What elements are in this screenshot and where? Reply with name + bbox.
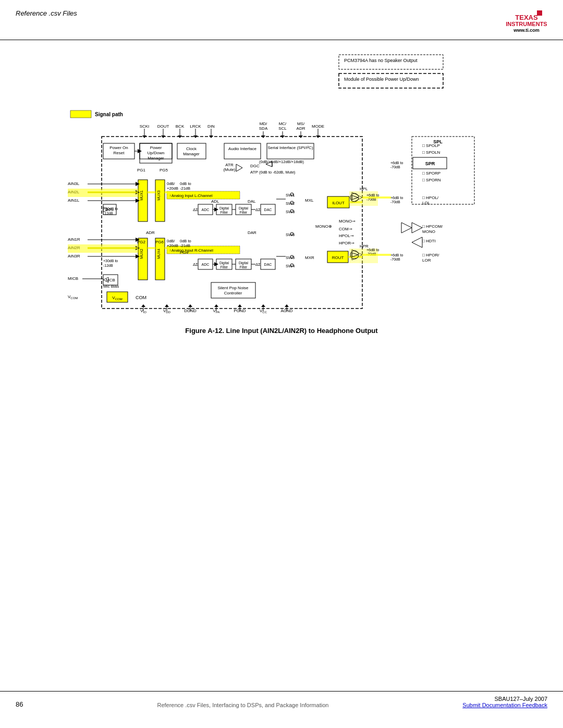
svg-text:DOUT: DOUT: [157, 124, 169, 129]
svg-text:PG5: PG5: [160, 168, 168, 172]
svg-text:HPOL⊸: HPOL⊸: [339, 233, 354, 238]
svg-text:↑Analog Input L-Channel: ↑Analog Input L-Channel: [169, 193, 213, 198]
feedback-link[interactable]: Submit Documentation Feedback: [462, 702, 547, 708]
svg-marker-217: [141, 304, 145, 307]
svg-text:Power: Power: [150, 145, 162, 150]
svg-text:MONO: MONO: [422, 229, 435, 234]
svg-marker-219: [165, 304, 169, 307]
logo-texas: TEXAS INSTRUMENTS www.ti.com: [506, 9, 547, 35]
svg-text:MICB: MICB: [68, 276, 78, 281]
diagram-wrapper: PCM3794A has no Speaker Output Module of…: [26, 51, 537, 322]
svg-text:+6dB to: +6dB to: [390, 161, 403, 165]
svg-text:0dB to: 0dB to: [180, 239, 191, 243]
svg-text:Filter: Filter: [240, 265, 248, 269]
svg-text:Filter: Filter: [221, 211, 228, 214]
svg-text:-70dB: -70dB: [390, 165, 400, 169]
svg-text:Controller: Controller: [224, 291, 242, 295]
svg-text:COM⊸: COM⊸: [339, 227, 352, 231]
svg-text:Audio Interface: Audio Interface: [228, 146, 256, 151]
svg-text:0dB to: 0dB to: [180, 181, 191, 186]
svg-text:ADC: ADC: [202, 263, 210, 266]
svg-rect-203: [107, 292, 128, 302]
svg-text:MUX2: MUX2: [140, 249, 143, 259]
svg-text:0dB/: 0dB/: [167, 239, 175, 243]
svg-text:(0dB to -62dB, Mute): (0dB to -62dB, Mute): [259, 170, 296, 175]
svg-rect-51: [177, 143, 206, 159]
svg-marker-227: [261, 304, 265, 307]
svg-text:LRCK: LRCK: [190, 124, 201, 129]
svg-text:COM: COM: [136, 295, 146, 300]
svg-text:Filter: Filter: [240, 211, 248, 214]
svg-text:Clock: Clock: [186, 146, 197, 151]
svg-text:-12dB: -12dB: [103, 264, 113, 267]
svg-marker-223: [214, 304, 218, 307]
footer-left: 86: [16, 700, 23, 708]
svg-text:PG6: PG6: [155, 240, 164, 244]
svg-marker-229: [285, 304, 289, 307]
section-label: Reference .csv Files: [16, 9, 77, 17]
svg-text:AIN3L: AIN3L: [68, 181, 80, 186]
svg-text:MODE: MODE: [312, 124, 324, 129]
svg-text:PG4: PG4: [180, 250, 189, 255]
svg-text:ADR: ADR: [297, 126, 305, 131]
svg-text:ATP: ATP: [250, 170, 258, 175]
svg-text:DAR: DAR: [248, 230, 256, 235]
svg-text:ROUT: ROUT: [332, 255, 344, 260]
svg-text:PCM3794A has no Speaker Output: PCM3794A has no Speaker Output: [344, 58, 418, 63]
svg-rect-206: [211, 282, 255, 298]
svg-marker-225: [238, 304, 242, 307]
page-footer: 86 Reference .csv Files, Interfacing to …: [0, 691, 563, 712]
svg-marker-221: [188, 304, 192, 307]
svg-text:DAC: DAC: [264, 208, 272, 212]
svg-text:Silent Pop Noise: Silent Pop Noise: [217, 286, 249, 290]
svg-text:AIN1R: AIN1R: [68, 237, 80, 242]
svg-text:DIN: DIN: [207, 124, 215, 129]
figure-caption: Figure A-12. Line Input (AIN2L/AIN2R) to…: [16, 327, 547, 335]
svg-text:HPL: HPL: [360, 187, 368, 191]
svg-text:MONO⊸: MONO⊸: [339, 219, 356, 224]
svg-text:MC/: MC/: [279, 121, 287, 126]
svg-text:ADL: ADL: [211, 199, 219, 204]
svg-text:□ HPCOM/: □ HPCOM/: [422, 224, 443, 229]
svg-text:TEXAS: TEXAS: [515, 14, 538, 21]
svg-text:ILOUT: ILOUT: [332, 201, 345, 205]
svg-text:HPOR⊸: HPOR⊸: [339, 241, 354, 245]
svg-text:PG2: PG2: [137, 240, 146, 244]
svg-text:+20dB: +20dB: [167, 186, 178, 191]
svg-text:SCL: SCL: [278, 126, 287, 131]
svg-text:DAL: DAL: [248, 199, 256, 204]
svg-text:Serial Interface (SPI/I²C): Serial Interface (SPI/I²C): [267, 145, 313, 150]
svg-marker-176: [412, 223, 422, 233]
svg-text:Digital: Digital: [219, 261, 229, 265]
svg-text:Up/Down: Up/Down: [148, 151, 165, 155]
diagram-container: PCM3794A has no Speaker Output Module of…: [16, 51, 547, 322]
svg-rect-8: [70, 110, 91, 118]
svg-text:AIN3R: AIN3R: [68, 254, 80, 258]
svg-text:-70dB: -70dB: [390, 257, 400, 261]
svg-text:(Mute): (Mute): [223, 167, 235, 172]
svg-text:0dB/: 0dB/: [167, 181, 175, 186]
svg-text:MXR: MXR: [305, 255, 314, 260]
svg-rect-54: [224, 143, 261, 159]
svg-text:MONO⊕: MONO⊕: [315, 224, 332, 229]
svg-text:SDA: SDA: [259, 126, 268, 131]
svg-text:MXL: MXL: [305, 198, 314, 203]
svg-text:□ SPOLP: □ SPOLP: [422, 143, 440, 148]
svg-text:□ HPOR/: □ HPOR/: [422, 253, 439, 257]
svg-text:MUX1: MUX1: [140, 190, 143, 201]
svg-text:(0dB/+6dB/+12dB/+18dB): (0dB/+6dB/+12dB/+18dB): [259, 159, 304, 164]
page-number: 86: [16, 700, 23, 708]
svg-text:Digital: Digital: [239, 261, 249, 265]
svg-marker-262: [401, 223, 412, 233]
footer-right: SBAU127–July 2007 Submit Documentation F…: [462, 696, 547, 708]
svg-text:Digital: Digital: [239, 206, 249, 211]
svg-text:ΔΣ: ΔΣ: [193, 262, 198, 267]
svg-rect-41: [412, 137, 474, 204]
svg-text:SCKI: SCKI: [140, 124, 150, 129]
svg-text:www.ti.com: www.ti.com: [513, 28, 540, 33]
svg-text:□ HPOL/: □ HPOL/: [422, 195, 439, 200]
svg-text:+6dB to: +6dB to: [390, 196, 403, 200]
svg-text:Signal path: Signal path: [95, 112, 123, 117]
svg-text:□ SPOLN: □ SPOLN: [422, 150, 440, 155]
svg-text:ADR: ADR: [146, 230, 155, 235]
